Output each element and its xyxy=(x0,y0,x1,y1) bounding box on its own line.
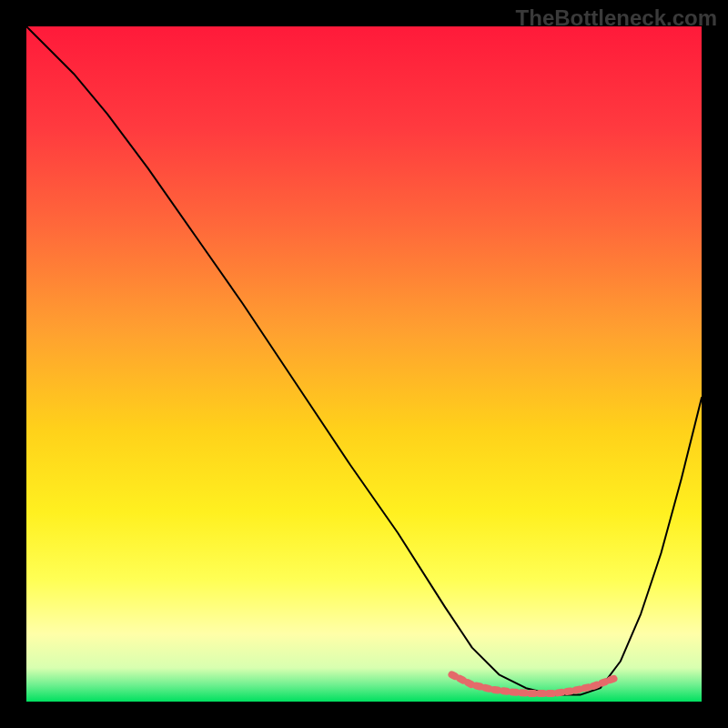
plot-area xyxy=(26,26,702,702)
watermark-text: TheBottleneck.com xyxy=(516,5,717,31)
chart-svg xyxy=(26,26,702,702)
gradient-background xyxy=(26,26,702,702)
chart-container: TheBottleneck.com xyxy=(0,0,728,728)
